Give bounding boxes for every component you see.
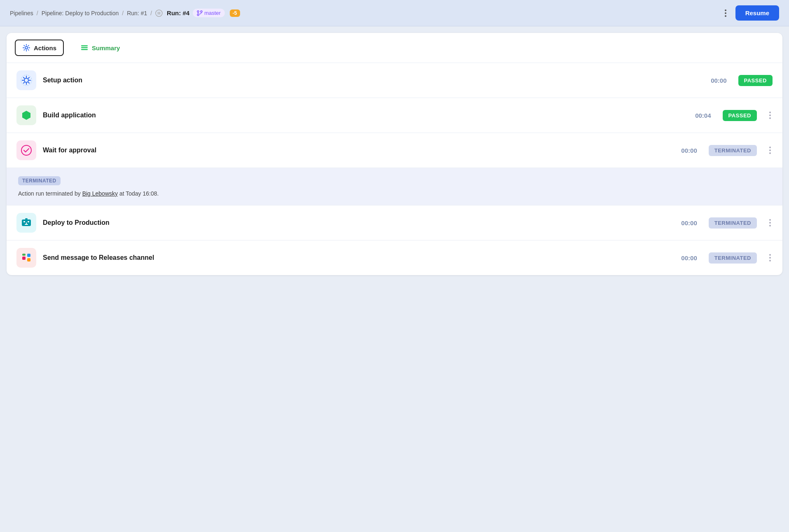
terminated-message: Action run terminated by Big Lebowsky at…	[18, 190, 771, 197]
header: Pipelines / Pipeline: Deploy to Producti…	[0, 0, 789, 26]
terminated-banner: TERMINATED Action run terminated by Big …	[7, 168, 782, 205]
setup-action-icon-wrap	[16, 70, 36, 90]
action-row-message: Send message to Releases channel 00:00 T…	[7, 240, 782, 275]
resume-button[interactable]: Resume	[735, 5, 779, 21]
svg-rect-16	[28, 221, 29, 222]
tab-actions[interactable]: Actions	[15, 40, 64, 56]
svg-rect-2	[159, 12, 160, 14]
svg-point-6	[25, 47, 28, 49]
build-action-status: PASSED	[723, 110, 757, 121]
approval-action-status: TERMINATED	[709, 145, 757, 156]
deploy-icon	[21, 217, 32, 229]
svg-point-3	[197, 11, 199, 12]
svg-point-5	[197, 14, 199, 16]
action-row-deploy: Deploy to Production 00:00 TERMINATED	[7, 205, 782, 240]
header-right: Resume	[722, 5, 779, 21]
breadcrumb-pipeline[interactable]: Pipeline: Deploy to Production	[42, 10, 119, 16]
branch-badge: master	[193, 9, 225, 17]
deploy-action-time: 00:00	[681, 219, 697, 226]
setup-gear-icon	[21, 75, 32, 86]
tab-actions-label: Actions	[34, 44, 56, 51]
svg-point-0	[156, 10, 162, 16]
build-action-menu[interactable]	[768, 110, 773, 121]
branch-icon	[197, 10, 203, 16]
action-row-setup: Setup action 00:00 PASSED	[7, 63, 782, 98]
count-badge: -5	[230, 9, 240, 17]
summary-list-icon	[80, 44, 89, 52]
tab-summary[interactable]: Summary	[74, 40, 126, 55]
slack-icon	[21, 252, 32, 264]
breadcrumb-pipelines[interactable]: Pipelines	[10, 10, 33, 16]
svg-rect-9	[81, 49, 88, 50]
breadcrumb-sep-3: /	[150, 10, 152, 16]
svg-point-4	[201, 11, 202, 12]
build-hex-icon	[21, 110, 32, 121]
build-action-name: Build application	[43, 112, 689, 119]
svg-marker-12	[22, 111, 30, 120]
action-row-approval: Wait for approval 00:00 TERMINATED	[7, 133, 782, 168]
terminated-tag: TERMINATED	[18, 176, 61, 185]
breadcrumb-run1[interactable]: Run: #1	[127, 10, 147, 16]
svg-rect-18	[22, 257, 26, 260]
svg-rect-15	[23, 221, 25, 222]
approval-action-icon-wrap	[16, 140, 36, 160]
deploy-action-status: TERMINATED	[709, 217, 757, 229]
svg-point-10	[24, 78, 28, 82]
svg-rect-19	[27, 254, 30, 257]
approval-action-menu[interactable]	[768, 145, 773, 156]
setup-action-time: 00:00	[711, 77, 726, 84]
svg-rect-7	[81, 45, 88, 47]
more-dot-1	[725, 9, 726, 11]
svg-rect-20	[22, 254, 26, 256]
approval-action-name: Wait for approval	[43, 147, 675, 154]
svg-rect-17	[25, 218, 28, 219]
approval-check-icon	[21, 145, 32, 156]
tabs-bar: Actions Summary	[7, 33, 782, 63]
setup-action-status: PASSED	[738, 75, 773, 86]
more-button[interactable]	[722, 7, 729, 19]
deploy-action-icon-wrap	[16, 213, 36, 233]
message-action-menu[interactable]	[768, 252, 773, 263]
action-row-build: Build application 00:04 PASSED	[7, 98, 782, 133]
message-action-status: TERMINATED	[709, 252, 757, 264]
actions-gear-icon	[22, 44, 30, 52]
pause-icon	[155, 9, 163, 17]
terminated-user-link[interactable]: Big Lebowsky	[82, 190, 118, 197]
message-action-time: 00:00	[681, 254, 697, 261]
terminated-msg-suffix: at Today 16:08.	[118, 190, 159, 197]
breadcrumb: Pipelines / Pipeline: Deploy to Producti…	[10, 9, 240, 17]
main-panel: Actions Summary Setup action 00:00 PASSE…	[7, 33, 782, 275]
build-action-icon-wrap	[16, 105, 36, 125]
more-dot-2	[725, 12, 726, 14]
svg-rect-8	[81, 47, 88, 49]
svg-point-13	[21, 145, 31, 155]
approval-action-time: 00:00	[681, 147, 697, 154]
deploy-action-menu[interactable]	[768, 217, 773, 228]
message-action-icon-wrap	[16, 248, 36, 268]
deploy-action-name: Deploy to Production	[43, 219, 675, 226]
breadcrumb-run4: Run: #4	[167, 9, 189, 16]
terminated-msg-prefix: Action run terminated by	[18, 190, 82, 197]
tab-summary-label: Summary	[92, 44, 120, 51]
breadcrumb-sep-2: /	[122, 10, 124, 16]
breadcrumb-sep-1: /	[37, 10, 38, 16]
message-action-name: Send message to Releases channel	[43, 254, 675, 261]
setup-action-name: Setup action	[43, 77, 704, 84]
svg-rect-1	[158, 12, 159, 14]
svg-rect-21	[27, 258, 30, 261]
build-action-time: 00:04	[695, 112, 711, 119]
more-dot-3	[725, 15, 726, 17]
branch-label: master	[204, 10, 221, 16]
